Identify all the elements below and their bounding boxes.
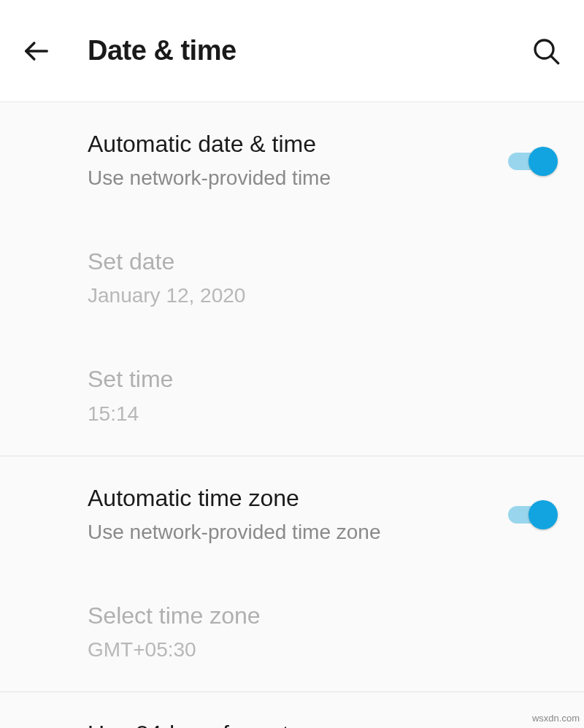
- row-set-date: Set date January 12, 2020: [0, 220, 584, 337]
- watermark: wsxdn.com: [532, 713, 580, 724]
- row-text: Set time 15:14: [88, 364, 558, 429]
- page-title: Date & time: [88, 35, 529, 66]
- row-text: Select time zone GMT+05:30: [88, 600, 558, 665]
- back-icon[interactable]: [20, 35, 53, 67]
- row-title: Select time zone: [88, 600, 558, 632]
- row-title: Set date: [88, 246, 558, 277]
- row-subtitle: Use network-provided time zone: [88, 517, 508, 548]
- row-title: Use 24-hour format: [88, 719, 508, 728]
- row-automatic-date-time[interactable]: Automatic date & time Use network-provid…: [0, 102, 584, 220]
- header: Date & time: [0, 0, 584, 102]
- row-title: Automatic time zone: [88, 483, 508, 514]
- search-icon[interactable]: [529, 34, 564, 69]
- toggle-automatic-date-time[interactable]: [508, 145, 558, 177]
- row-subtitle: Use network-provided time: [88, 163, 508, 194]
- row-subtitle: 15:14: [88, 399, 558, 429]
- row-set-time: Set time 15:14: [0, 337, 584, 455]
- row-automatic-time-zone[interactable]: Automatic time zone Use network-provided…: [0, 456, 584, 574]
- row-text: Use 24-hour format 13:00: [88, 719, 508, 728]
- toggle-automatic-time-zone[interactable]: [508, 499, 558, 531]
- row-subtitle: January 12, 2020: [88, 280, 558, 311]
- row-text: Automatic date & time Use network-provid…: [88, 129, 508, 194]
- row-text: Automatic time zone Use network-provided…: [88, 483, 508, 548]
- svg-line-2: [551, 55, 558, 63]
- settings-list: Automatic date & time Use network-provid…: [0, 102, 584, 728]
- row-text: Set date January 12, 2020: [88, 246, 558, 311]
- row-title: Automatic date & time: [88, 129, 508, 160]
- row-select-time-zone: Select time zone GMT+05:30: [0, 574, 584, 691]
- toggle-thumb: [529, 500, 558, 529]
- row-subtitle: GMT+05:30: [88, 635, 558, 665]
- row-title: Set time: [88, 364, 558, 395]
- toggle-thumb: [529, 147, 558, 176]
- row-use-24-hour-format[interactable]: Use 24-hour format 13:00: [0, 691, 584, 728]
